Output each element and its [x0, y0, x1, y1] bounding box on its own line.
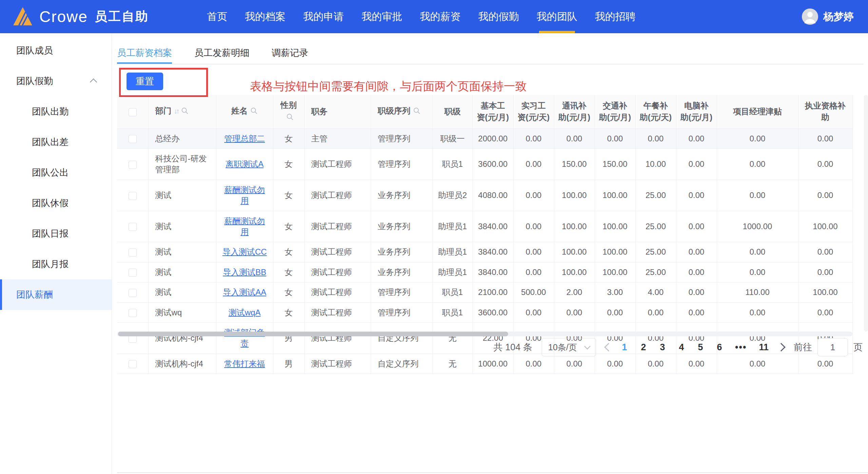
page-button-2[interactable]: 2: [640, 342, 647, 353]
tab-salary-adjustment[interactable]: 调薪记录: [272, 43, 308, 64]
goto-page: 前往 页: [794, 338, 863, 356]
cell-gender: 女: [273, 282, 304, 302]
cell-cert-allowance: 0.00: [798, 180, 852, 211]
row-checkbox[interactable]: [129, 360, 137, 368]
nav-item-my-salary[interactable]: 我的薪资: [411, 0, 469, 33]
page-size-select[interactable]: 10条/页: [542, 338, 596, 356]
col-header-job-title: 职务: [304, 95, 371, 129]
sidebar-item-label: 团队日报: [32, 228, 69, 240]
user-menu[interactable]: 杨梦婷: [802, 8, 854, 25]
cell-lunch-allowance: 25.00: [635, 211, 676, 242]
sidebar-item-team-leave[interactable]: 团队休假: [0, 188, 112, 218]
search-icon[interactable]: [250, 106, 258, 118]
sidebar-item-team-members[interactable]: 团队成员: [0, 35, 112, 66]
page-button-11[interactable]: 11: [759, 342, 769, 353]
cell-transport-allowance: 3.00: [595, 282, 635, 302]
sort-icon[interactable]: ↓↑: [174, 107, 178, 115]
sidebar-item-team-monthly-report[interactable]: 团队月报: [0, 249, 112, 279]
search-icon[interactable]: [413, 106, 421, 118]
page-button-5[interactable]: 5: [697, 342, 704, 353]
cell-comm-allowance: 100.00: [554, 180, 595, 211]
row-checkbox[interactable]: [129, 223, 137, 231]
row-checkbox[interactable]: [129, 289, 137, 297]
cell-job-title: 测试工程师: [304, 302, 371, 322]
prev-page-button[interactable]: [604, 343, 613, 351]
nav-item-home[interactable]: 首页: [198, 0, 236, 33]
cell-lunch-allowance: 10.00: [635, 149, 676, 180]
page-button-4[interactable]: 4: [678, 342, 685, 353]
cell-job-title: 测试工程师: [304, 180, 371, 211]
goto-label: 前往: [794, 341, 812, 353]
nav-item-my-applications[interactable]: 我的申请: [294, 0, 353, 33]
cell-grade: 职员1: [432, 302, 472, 322]
cell-intern-salary: 0.00: [513, 302, 554, 322]
nav-item-my-recruitment[interactable]: 我的招聘: [586, 0, 644, 33]
sidebar-item-team-attendance-group[interactable]: 团队假勤: [0, 66, 112, 96]
employee-name-link[interactable]: 测试部门负责: [224, 328, 265, 348]
next-page-button[interactable]: [777, 343, 785, 351]
row-checkbox[interactable]: [129, 269, 137, 277]
nav-item-my-profile[interactable]: 我的档案: [236, 0, 294, 33]
sidebar-item-team-salary[interactable]: 团队薪酬: [0, 279, 112, 310]
cell-transport-allowance: 100.00: [595, 242, 635, 262]
sidebar-item-team-daily-report[interactable]: 团队日报: [0, 218, 112, 249]
cell-base-salary: 1000.00: [472, 354, 513, 374]
cell-job-title: 测试工程师: [304, 211, 371, 242]
search-icon[interactable]: [181, 106, 189, 118]
row-checkbox[interactable]: [129, 161, 137, 169]
page-button-6[interactable]: 6: [716, 342, 723, 353]
pagination-ellipsis[interactable]: •••: [735, 342, 747, 353]
row-checkbox[interactable]: [129, 192, 137, 200]
row-checkbox[interactable]: [129, 135, 137, 143]
employee-name-link[interactable]: 薪酬测试勿用: [224, 185, 265, 205]
tab-salary-archive[interactable]: 员工薪资档案: [117, 43, 172, 64]
cell-lunch-allowance: 4.00: [635, 282, 676, 302]
employee-name-link[interactable]: 薪酬测试勿用: [224, 216, 265, 236]
reset-button[interactable]: 重置: [127, 73, 163, 90]
cell-comm-allowance: 2.00: [554, 282, 595, 302]
page-button-3[interactable]: 3: [659, 342, 666, 353]
cell-department: 测试机构-cjf4: [148, 322, 216, 354]
page-button-1[interactable]: 1: [621, 342, 628, 353]
table-header: 部门↓↑姓名性别职务职级序列职级基本工 资(元/月)实习工 资(元/天)通讯补 …: [117, 95, 852, 129]
cell-comm-allowance: 100.00: [554, 211, 595, 242]
cell-grade-series: 业务序列: [371, 180, 432, 211]
sidebar-item-team-attendance[interactable]: 团队出勤: [0, 96, 112, 127]
cell-base-salary: 3840.00: [472, 242, 513, 262]
employee-name-link[interactable]: 导入测试AA: [223, 288, 266, 297]
cell-grade-series: 管理序列: [371, 149, 432, 180]
sidebar-item-team-outing[interactable]: 团队公出: [0, 157, 112, 188]
cell-transport-allowance: 0.00: [595, 129, 635, 149]
cell-department: 测试: [148, 211, 216, 242]
table-row: 测试导入测试AA女测试工程师管理序列职员12100.00500.002.003.…: [117, 282, 852, 302]
cell-name: 薪酬测试勿用: [216, 180, 273, 211]
cell-department: 测试机构-cjf4: [148, 354, 216, 374]
cell-name: 常伟打来福: [216, 354, 273, 374]
employee-name-link[interactable]: 测试wqA: [229, 308, 261, 317]
cell-lunch-allowance: 25.00: [635, 242, 676, 262]
row-checkbox[interactable]: [129, 309, 137, 317]
horizontal-scrollbar-thumb[interactable]: [118, 332, 508, 336]
col-header-base-salary: 基本工 资(元/月): [472, 95, 513, 129]
row-checkbox[interactable]: [129, 249, 137, 257]
sidebar-item-team-business-trip[interactable]: 团队出差: [0, 127, 112, 157]
cell-comm-allowance: 0.00: [554, 354, 595, 374]
employee-name-link[interactable]: 管理总部二: [224, 134, 265, 143]
nav-item-my-approvals[interactable]: 我的审批: [353, 0, 411, 33]
search-icon[interactable]: [286, 112, 294, 124]
employee-name-link[interactable]: 常伟打来福: [224, 359, 265, 368]
cell-lunch-allowance: 0.00: [635, 129, 676, 149]
employee-name-link[interactable]: 导入测试BB: [223, 268, 266, 277]
sidebar-item-label: 团队休假: [32, 197, 69, 209]
column-label: 午餐补 助(元/天): [640, 101, 672, 122]
goto-page-input[interactable]: [817, 338, 848, 356]
employee-name-link[interactable]: 导入测试CC: [223, 247, 267, 256]
employee-name-link[interactable]: 离职测试A: [226, 159, 264, 169]
cell-intern-salary: 0.00: [513, 149, 554, 180]
nav-item-my-team[interactable]: 我的团队: [528, 0, 586, 33]
nav-item-my-attendance[interactable]: 我的假勤: [469, 0, 528, 33]
select-all-checkbox[interactable]: [129, 108, 137, 116]
tab-payroll-detail[interactable]: 员工发薪明细: [194, 43, 249, 64]
cell-computer-allowance: 0.00: [676, 180, 717, 211]
cell-intern-salary: 0.00: [513, 129, 554, 149]
